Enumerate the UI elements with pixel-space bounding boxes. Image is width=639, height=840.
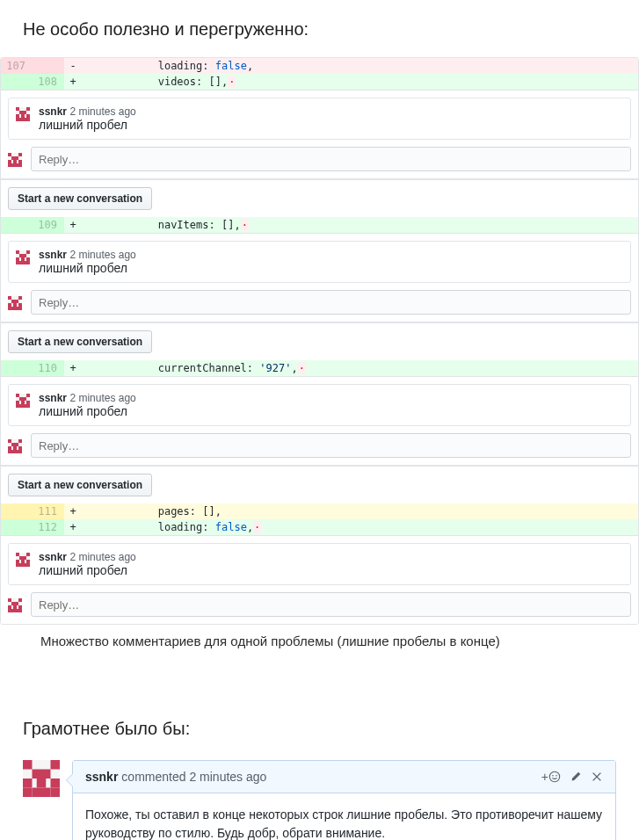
avatar[interactable] <box>8 439 22 453</box>
diff-container: 107 - loading: false, 108 + videos: [],·… <box>0 57 639 625</box>
start-conversation-button[interactable]: Start a new conversation <box>8 187 152 210</box>
line-number-old <box>1 217 33 233</box>
diff-line-added: 110 + currentChannel: '927',· <box>1 360 638 376</box>
svg-point-13 <box>555 775 557 777</box>
add-reaction-button[interactable]: + <box>541 770 561 784</box>
diff-marker: - <box>64 58 82 74</box>
line-number-old <box>1 503 33 519</box>
comment-author[interactable]: ssnkr <box>39 249 67 261</box>
comment-author[interactable]: ssnkr <box>39 392 67 404</box>
conversation-row: Start a new conversation <box>1 466 638 503</box>
code-content: loading: false,· <box>82 519 638 535</box>
diff-line-deleted: 107 - loading: false, <box>1 58 638 74</box>
comment-bubble: ssnkr commented 2 minutes ago + Похоже, … <box>72 760 616 840</box>
comment-message: лишний пробел <box>39 118 136 132</box>
avatar[interactable] <box>16 553 30 567</box>
avatar[interactable] <box>8 598 22 612</box>
diff-marker: + <box>64 74 82 90</box>
diff-line-added: 109 + navItems: [],· <box>1 217 638 233</box>
line-number-old <box>1 74 33 90</box>
comment-time: 2 minutes ago <box>189 770 266 784</box>
avatar[interactable] <box>8 296 22 310</box>
line-number-new: 111 <box>33 503 64 519</box>
diff-marker: + <box>64 519 82 535</box>
avatar-large[interactable] <box>23 760 60 797</box>
review-comment: ssnkr 2 minutes ago лишний пробел <box>1 90 638 179</box>
comment-message: лишний пробел <box>39 563 136 577</box>
start-conversation-button[interactable]: Start a new conversation <box>8 474 152 496</box>
reply-input[interactable] <box>31 147 631 171</box>
comment-time: 2 minutes ago <box>69 105 135 118</box>
diff-line-added: 112 + loading: false,· <box>1 519 638 535</box>
comment-time: 2 minutes ago <box>69 551 135 563</box>
diff-marker: + <box>64 217 82 233</box>
avatar[interactable] <box>16 107 30 121</box>
comment-author[interactable]: ssnkr <box>85 770 118 784</box>
svg-point-11 <box>549 771 559 781</box>
conversation-row: Start a new conversation <box>1 322 638 360</box>
figure-caption: Множество комментариев для одной проблем… <box>23 634 616 648</box>
svg-point-12 <box>552 775 554 777</box>
review-comment: ssnkr 2 minutes ago лишний пробел <box>1 535 638 624</box>
comment-author[interactable]: ssnkr <box>39 105 67 118</box>
close-icon[interactable] <box>591 771 603 783</box>
conversation-row: Start a new conversation <box>1 179 638 217</box>
comment-message: лишний пробел <box>39 404 136 418</box>
line-number-new: 112 <box>33 519 64 535</box>
comment-time: 2 minutes ago <box>69 249 135 261</box>
avatar[interactable] <box>8 153 22 167</box>
line-number-old: 107 <box>1 58 33 74</box>
diff-line-added: 108 + videos: [],· <box>1 74 638 90</box>
edit-icon[interactable] <box>570 771 582 783</box>
line-number-new <box>33 58 64 74</box>
code-content: videos: [],· <box>82 74 638 90</box>
line-number-new: 110 <box>33 360 64 376</box>
code-content: navItems: [],· <box>82 217 638 233</box>
diff-line-context: 111 + pages: [], <box>1 503 638 519</box>
heading-better: Грамотнее было бы: <box>23 719 616 739</box>
line-number-old <box>1 519 33 535</box>
code-content: pages: [], <box>82 503 638 519</box>
reply-input[interactable] <box>31 290 631 315</box>
heading-not-useful: Не особо полезно и перегруженно: <box>23 19 616 40</box>
line-number-old <box>1 360 33 376</box>
comment-author[interactable]: ssnkr <box>39 551 67 563</box>
review-comment: ssnkr 2 minutes ago лишний пробел <box>1 376 638 466</box>
single-comment: ssnkr commented 2 minutes ago + Похоже, … <box>23 760 616 840</box>
code-content: currentChannel: '927',· <box>82 360 638 376</box>
comment-message: лишний пробел <box>39 261 136 275</box>
reply-input[interactable] <box>31 433 631 458</box>
comment-body-text: Похоже, ты оставил в конце некоторых стр… <box>73 793 615 840</box>
diff-marker: + <box>64 360 82 376</box>
line-number-new: 109 <box>33 217 64 233</box>
reply-input[interactable] <box>31 592 631 617</box>
start-conversation-button[interactable]: Start a new conversation <box>8 330 152 353</box>
diff-marker: + <box>64 503 82 519</box>
avatar[interactable] <box>16 394 30 408</box>
comment-time: 2 minutes ago <box>69 392 135 404</box>
code-content: loading: false, <box>82 58 638 74</box>
line-number-new: 108 <box>33 74 64 90</box>
review-comment: ssnkr 2 minutes ago лишний пробел <box>1 233 638 322</box>
commented-verb: commented <box>121 770 185 784</box>
avatar[interactable] <box>16 250 30 264</box>
